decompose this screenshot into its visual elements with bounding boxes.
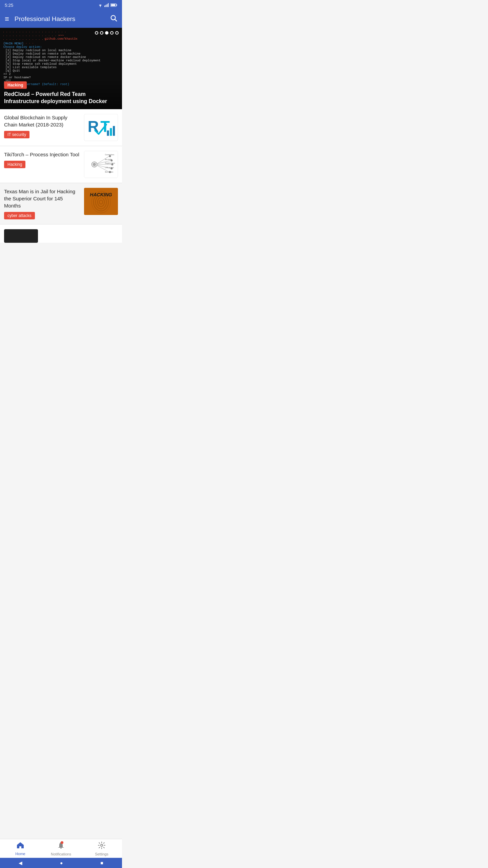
bottom-nav: Home Notifications Settings <box>0 839 122 858</box>
status-icons <box>98 3 117 7</box>
article-thumbnail-3: HACKING <box>84 188 118 215</box>
article-title-1: Global Blockchain In Supply Chain Market… <box>4 114 81 128</box>
svg-rect-12 <box>107 131 109 136</box>
svg-rect-40 <box>60 848 62 849</box>
hero-tag[interactable]: Hacking <box>4 81 27 89</box>
svg-rect-7 <box>111 4 115 6</box>
nav-home-label: Home <box>15 852 25 856</box>
svg-point-0 <box>100 6 101 7</box>
partial-thumbnail <box>4 229 38 243</box>
carousel-dots <box>95 31 119 35</box>
recent-button[interactable]: ■ <box>100 860 103 866</box>
app-title: Professional Hackers <box>15 15 110 23</box>
partial-article <box>0 224 122 243</box>
article-thumbnail-1: R T <box>84 114 118 141</box>
nav-notifications-label: Notifications <box>51 852 71 856</box>
status-time: 5:25 <box>5 3 13 8</box>
dot-1[interactable] <box>95 31 98 35</box>
battery-icon <box>110 3 117 7</box>
dot-4[interactable] <box>110 31 114 35</box>
article-item[interactable]: Global Blockchain In Supply Chain Market… <box>0 109 122 146</box>
hero-overlay: Hacking RedCloud – Powerful Red Team Inf… <box>0 79 122 109</box>
svg-point-41 <box>61 841 63 844</box>
svg-text:file reads: file reads <box>105 159 112 160</box>
article-tag-2[interactable]: Hacking <box>4 161 25 168</box>
back-button[interactable]: ◀ <box>19 860 22 866</box>
rt-logo-icon: R T <box>86 116 116 139</box>
svg-text:Connections: Connections <box>105 154 115 156</box>
hero-title: RedCloud – Powerful Red Team Infrastruct… <box>4 91 118 105</box>
dot-3[interactable] <box>105 31 108 35</box>
settings-icon <box>98 841 106 851</box>
article-tag-3[interactable]: cyber attacks <box>4 212 35 219</box>
svg-text:HACKING: HACKING <box>90 192 112 197</box>
app-bar: ≡ Professional Hackers <box>0 10 122 28</box>
home-button[interactable]: ● <box>60 860 63 866</box>
svg-text:LAN access: LAN access <box>105 167 114 169</box>
svg-rect-3 <box>107 4 107 7</box>
svg-text:Registry keys: Registry keys <box>105 162 115 164</box>
svg-rect-6 <box>116 4 117 6</box>
article-item-2[interactable]: TikiTorch – Process Injection Tool Hacki… <box>0 146 122 183</box>
hero-carousel: · · · · · · · · · · · · · · · · · · · · … <box>0 28 122 109</box>
svg-rect-4 <box>108 3 109 7</box>
system-nav: ◀ ● ■ <box>0 858 122 868</box>
menu-button[interactable]: ≡ <box>5 15 9 23</box>
nav-notifications[interactable]: Notifications <box>41 839 81 858</box>
dot-2[interactable] <box>100 31 103 35</box>
article-title-2: TikiTorch – Process Injection Tool <box>4 151 81 158</box>
article-content-2: TikiTorch – Process Injection Tool Hacki… <box>4 151 81 168</box>
article-thumbnail-2: Connections file reads Registry keys LAN… <box>84 151 118 178</box>
signal-icon <box>104 3 109 7</box>
svg-point-17 <box>93 163 96 166</box>
svg-text:files written: files written <box>105 172 114 173</box>
svg-rect-13 <box>110 128 112 136</box>
tikitorch-diagram-icon: Connections file reads Registry keys LAN… <box>84 151 118 178</box>
article-tag-1[interactable]: IT security <box>4 131 29 138</box>
article-item-3[interactable]: Texas Man is in Jail for Hacking the Sup… <box>0 183 122 224</box>
article-content-3: Texas Man is in Jail for Hacking the Sup… <box>4 188 81 219</box>
nav-settings[interactable]: Settings <box>81 839 122 858</box>
nav-home[interactable]: Home <box>0 839 41 858</box>
svg-rect-2 <box>106 5 106 7</box>
svg-rect-14 <box>113 126 115 136</box>
svg-rect-1 <box>104 5 105 7</box>
article-title-3: Texas Man is in Jail for Hacking the Sup… <box>4 188 81 209</box>
search-icon <box>110 14 117 22</box>
search-button[interactable] <box>110 14 117 24</box>
wifi-icon <box>98 3 103 7</box>
article-list: Global Blockchain In Supply Chain Market… <box>0 109 122 183</box>
svg-point-42 <box>101 844 103 846</box>
nav-settings-label: Settings <box>95 852 108 856</box>
home-icon <box>16 842 24 851</box>
article-content-1: Global Blockchain In Supply Chain Market… <box>4 114 81 138</box>
svg-line-9 <box>115 19 117 21</box>
hacking-thumb-icon: HACKING <box>84 188 118 215</box>
dot-5[interactable] <box>115 31 119 35</box>
notification-icon <box>57 841 65 851</box>
status-bar: 5:25 <box>0 0 122 10</box>
